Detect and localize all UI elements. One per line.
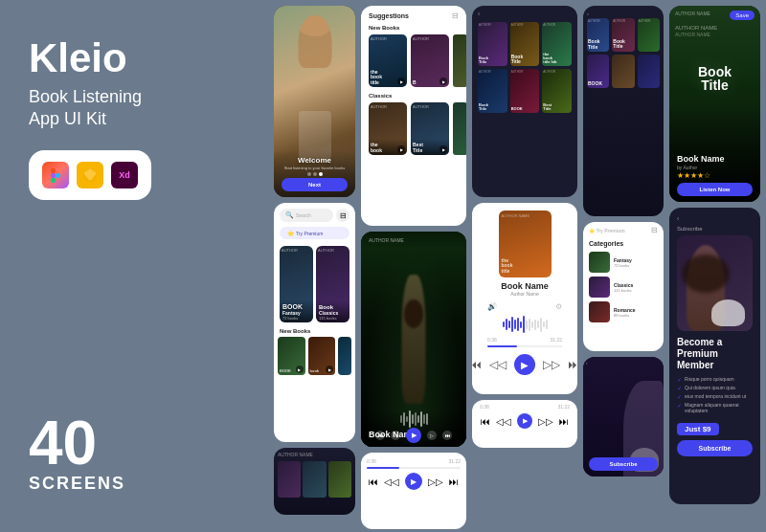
classics-section: Classics [361,89,466,100]
player-play[interactable]: ▶ [514,354,535,375]
forward-ctrl[interactable]: ▷▷ [428,477,443,487]
rewind-btn[interactable]: ◁ [391,431,400,440]
screen-categories: ⭐ Try Premium ⊟ Categories Fantasy 72 bo… [583,222,664,351]
forward-btn[interactable]: ▷ [427,431,437,440]
sketch-icon [77,162,103,188]
left-panel: Kleio Book Listening App UI Kit [0,0,268,532]
screen-book-grid-dark: ‹ AUTHOR BookTitle AUTHOR BookTitle AUTH… [472,6,577,197]
prev-btn[interactable]: ⏮ [375,431,385,440]
player-rewind[interactable]: ◁◁ [489,358,507,371]
subscribe-button[interactable]: Subscribe [677,440,753,456]
save-btn[interactable]: Save [730,11,755,20]
rewind-ctrl[interactable]: ◁◁ [384,477,399,487]
screen-suggestions: Suggestions ⊟ New Books AUTHOR thebookti… [361,6,466,226]
mini-next[interactable]: ⏭ [559,416,569,427]
search-placeholder: Search [296,212,311,218]
subscribe-btn-bottom[interactable]: Subscribe [589,457,658,471]
xd-icon: Xd [111,162,138,188]
category-classics[interactable]: Classics 115 books [583,275,664,299]
svg-rect-1 [56,168,60,173]
prev-ctrl[interactable]: ⏮ [369,477,378,487]
feature-3: eiux mod tempora incidunt ut [685,393,746,399]
categories-filter[interactable]: ⊟ [651,226,658,234]
screen-partial-dark: AUTHOR NAME [274,448,355,515]
screen-welcome: Welcome Start listening to your favorite… [274,6,355,197]
featured-book-title: BookTitle [679,65,752,92]
screen-audio-player-white: AUTHOR NAME thebooktitle Book Name Autho… [472,203,577,394]
col-welcome-search: Welcome Start listening to your favorite… [274,6,355,526]
screens-count: 40 SCREENS [29,412,239,494]
figma-icon [42,162,69,188]
player-prev[interactable]: ⏮ [472,358,482,371]
play-btn[interactable]: ▶ [406,428,421,443]
welcome-title: Welcome [282,156,348,165]
volume-icon[interactable]: 🔊 [487,302,497,311]
welcome-desc: Start listening to your favorite books [282,166,348,170]
category-romance[interactable]: Romance 88 books [583,299,664,324]
tool-badges: Xd [29,150,151,200]
screen-book-detail: AUTHOR NAME Book Name [361,232,466,447]
screen-booklist-dark: ‹ AUTHOR BookTitle AUTHOR BookTitle AUTH… [583,6,664,216]
screens-label: SCREENS [29,474,239,494]
player-next[interactable]: ⏭ [568,358,577,371]
next-ctrl[interactable]: ⏭ [449,477,459,487]
mini-rewind[interactable]: ◁◁ [496,416,511,427]
play-ctrl[interactable]: ▶ [405,473,422,490]
screen-audio-partial: 0:38 31:22 ⏮ ◁◁ ▶ ▷▷ ⏭ [361,453,466,529]
categories-title: Categories [583,238,664,249]
svg-rect-0 [51,168,56,173]
price-badge: Just $9 [677,423,719,435]
dark-screen-author: AUTHOR NAME [369,237,459,243]
try-premium-banner[interactable]: ⭐ Try Premium [280,227,349,239]
feature-4: Magnam aliquam quaerat voluptatem [685,402,753,413]
player-author: Author Name [510,291,538,297]
mini-prev[interactable]: ⏮ [481,416,490,427]
try-premium-tag[interactable]: ⭐ Try Premium [589,228,625,233]
search-bar[interactable]: 🔍 Search [280,209,333,222]
player-book-name: Book Name [501,281,549,291]
premium-title: Become a Premium Member [677,337,753,371]
subscribe-label: Subscribe [677,226,753,232]
welcome-next-btn[interactable]: Next [282,178,348,191]
col-booklist: ‹ AUTHOR BookTitle AUTHOR BookTitle AUTH… [583,6,664,526]
suggestions-filter-icon[interactable]: ⊟ [452,11,459,20]
col-premium: AUTHOR NAME Save AUTHOR NAME AUTHOR NAME… [669,6,760,526]
screen-dark-partial2: ‹ Subscribe [583,357,664,477]
app-title: Kleio [29,38,239,78]
featured-stars: ★★★★☆ [677,171,753,180]
featured-author: by Author [677,165,753,170]
category-fantasy[interactable]: Fantasy 72 books [583,250,664,275]
svg-rect-2 [51,173,56,178]
mini-play[interactable]: ▶ [517,413,532,429]
suggestions-title: Suggestions [369,12,409,19]
next-btn[interactable]: ⏭ [442,431,452,440]
screens-number: 40 [29,412,239,474]
feature-1: Risque porro quisquam [685,376,734,382]
new-books-section: New Books [361,23,466,33]
svg-point-4 [56,173,60,178]
screen-library: 🔍 Search ⊟ ⭐ Try Premium AUTHOR BOOK Fan… [274,203,355,442]
filter-icon[interactable]: ⊟ [336,209,349,222]
feature-2: Qui dolorem ipsum quia [685,385,735,390]
screens-area: Welcome Start listening to your favorite… [268,0,766,532]
screen-bottom-partial: 0:3831:22 ⏮ ◁◁ ▶ ▷▷ ⏭ [472,400,577,448]
svg-rect-3 [51,178,56,183]
col-suggestions: Suggestions ⊟ New Books AUTHOR thebookti… [361,6,466,526]
new-books-label: New Books [278,324,351,336]
settings-icon[interactable]: ⚙ [555,302,562,311]
featured-name: Book Name [677,154,753,164]
app-subtitle: Book Listening App UI Kit [29,86,239,131]
listen-now-btn[interactable]: Listen Now [677,183,753,196]
screen-premium: ‹ Subscribe Become a Premium Member ✓ Ri… [669,208,760,504]
col-player: ‹ AUTHOR BookTitle AUTHOR BookTitle AUTH… [472,6,577,526]
player-forward[interactable]: ▷▷ [543,358,560,371]
mini-forward[interactable]: ▷▷ [538,416,553,427]
screen-featured-book: AUTHOR NAME Save AUTHOR NAME AUTHOR NAME… [669,6,760,202]
try-premium-label: Try Premium [296,231,323,236]
